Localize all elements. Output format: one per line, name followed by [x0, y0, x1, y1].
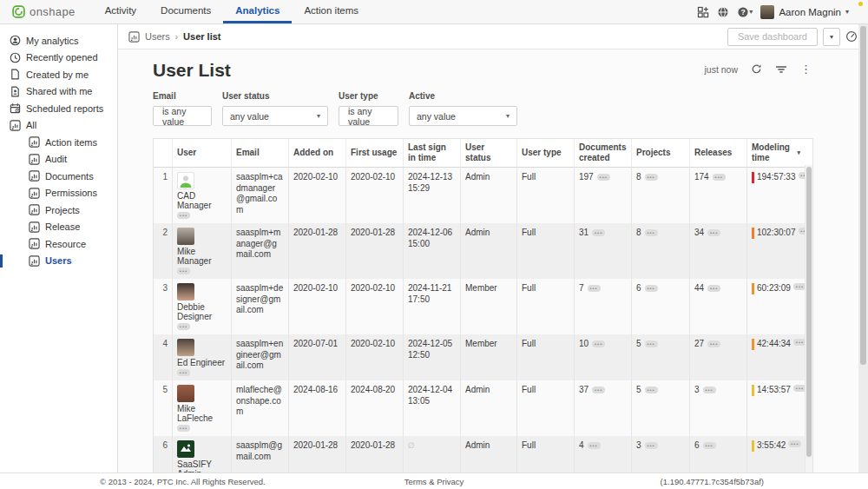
sidebar-item-created-by-me[interactable]: Created by me	[0, 66, 117, 83]
drill-menu-pill[interactable]: •••	[707, 340, 720, 347]
filter-user-status-control[interactable]: any value▾	[222, 106, 328, 126]
filter-icon[interactable]	[775, 64, 787, 75]
drill-menu-pill[interactable]: •••	[788, 440, 801, 447]
column-header-releases[interactable]: Releases	[690, 139, 747, 168]
sidebar-item-shared-with-me[interactable]: Shared with me	[0, 83, 117, 101]
drill-menu-pill[interactable]: •••	[645, 340, 658, 347]
kebab-menu-icon[interactable]: ⋮	[800, 63, 812, 75]
save-dashboard-button[interactable]: Save dashboard	[727, 28, 818, 46]
drill-menu-pill[interactable]: •••	[177, 212, 190, 219]
drill-menu-pill[interactable]: •••	[592, 340, 605, 347]
user-name-text: Mike Manager	[177, 247, 227, 266]
drill-menu-pill[interactable]: •••	[645, 229, 658, 236]
sidebar-item-action-items[interactable]: Action items	[0, 134, 117, 151]
drill-menu-pill[interactable]: •••	[645, 387, 658, 393]
sidebar-item-projects[interactable]: Projects	[0, 202, 117, 219]
drill-menu-pill[interactable]: •••	[592, 229, 605, 236]
drill-menu-pill[interactable]: •••	[177, 425, 190, 432]
drill-menu-pill[interactable]: •••	[713, 174, 726, 181]
user-cell[interactable]: SaaSIFY Admin•••	[173, 436, 232, 472]
column-header-user[interactable]: User	[173, 139, 232, 168]
drill-menu-pill[interactable]: •••	[703, 387, 716, 393]
user-cell[interactable]: Mike Manager•••	[173, 223, 232, 279]
sidebar-item-audit[interactable]: Audit	[0, 151, 117, 169]
clock-status-icon[interactable]	[845, 30, 858, 43]
page-scrollbar-thumb[interactable]	[860, 26, 866, 365]
column-header-first-usage[interactable]: First usage	[346, 139, 404, 168]
user-cell[interactable]: Debbie Designer•••	[173, 279, 232, 334]
table-vertical-scrollbar-thumb[interactable]	[806, 167, 812, 457]
user-cell[interactable]: Mike LaFleche•••	[173, 380, 232, 436]
modeling-time-cell: 14:53:57•••	[747, 380, 805, 436]
filter-user-type-control[interactable]: is any value	[339, 106, 398, 126]
column-header-projects[interactable]: Projects	[632, 139, 690, 168]
null-value-icon: ∅	[408, 441, 415, 450]
drill-menu-pill[interactable]: •••	[645, 442, 658, 449]
sidebar-item-release[interactable]: Release	[0, 219, 117, 236]
drill-menu-pill[interactable]: •••	[645, 174, 658, 181]
added-on-cell: 2020-02-10	[289, 168, 346, 223]
drill-menu-pill[interactable]: •••	[703, 442, 716, 449]
drill-menu-pill[interactable]: •••	[592, 387, 605, 393]
last-sign-in-cell: 2024-12-13 15:29	[404, 168, 461, 223]
user-cell[interactable]: Ed Engineer•••	[173, 334, 232, 380]
table-vertical-scrollbar[interactable]	[805, 165, 812, 472]
column-header-added-on[interactable]: Added on	[289, 139, 346, 168]
globe-icon[interactable]	[717, 6, 729, 18]
nav-tab-documents[interactable]: Documents	[148, 0, 223, 23]
drill-menu-pill[interactable]: •••	[707, 229, 720, 236]
nav-tab-activity[interactable]: Activity	[93, 0, 148, 23]
save-dashboard-caret-button[interactable]: ▾	[823, 28, 840, 46]
row-number-header	[154, 139, 173, 168]
sidebar-item-resource[interactable]: Resource	[0, 235, 117, 253]
releases-cell: 44•••	[690, 279, 747, 334]
metric-value: 197	[579, 172, 594, 183]
sidebar-item-users[interactable]: Users	[0, 253, 117, 270]
nav-tab-action-items[interactable]: Action items	[292, 0, 371, 23]
breadcrumb-parent[interactable]: Users	[145, 31, 170, 42]
drill-menu-pill[interactable]: •••	[645, 285, 658, 292]
modeling-time-value: 42:44:34	[757, 339, 791, 350]
column-header-documents-created[interactable]: Documents created	[575, 139, 632, 168]
sidebar-item-documents[interactable]: Documents	[0, 168, 117, 185]
column-header-last-sign-in-time[interactable]: Last sign in time	[404, 139, 461, 168]
metric-value: 27	[694, 339, 704, 350]
page-scrollbar[interactable]	[858, 24, 868, 472]
releases-cell: 34•••	[690, 223, 747, 279]
projects-cell: 8•••	[632, 168, 690, 223]
drill-menu-pill[interactable]: •••	[707, 285, 720, 292]
terms-privacy-link[interactable]: Terms & Privacy	[404, 477, 464, 486]
onshape-logo[interactable]: onshape	[7, 0, 81, 23]
sidebar-item-all[interactable]: All	[0, 117, 117, 135]
user-type-cell: Full	[517, 279, 575, 334]
refresh-icon[interactable]	[751, 63, 762, 75]
sidebar-item-permissions[interactable]: Permissions	[0, 185, 117, 202]
sidebar-item-scheduled-reports[interactable]: Scheduled reports	[0, 100, 117, 117]
user-name: Aaron Magnin	[779, 7, 841, 17]
user-cell[interactable]: CAD Manager•••	[173, 168, 232, 223]
filter-value: is any value	[162, 106, 202, 127]
user-menu[interactable]: Aaron Magnin ▾	[760, 5, 849, 19]
drill-menu-pill[interactable]: •••	[588, 285, 601, 292]
sidebar-item-my-analytics[interactable]: My analytics	[0, 32, 117, 50]
column-header-modeling-time[interactable]: Modeling time▾	[747, 139, 805, 168]
column-header-email[interactable]: Email	[232, 139, 289, 168]
row-number-cell: 3	[154, 279, 173, 334]
filter-active-control[interactable]: any value▾	[409, 106, 517, 126]
drill-menu-pill[interactable]: •••	[177, 323, 190, 330]
sidebar-item-recently-opened[interactable]: Recently opened	[0, 50, 117, 67]
document-icon	[10, 69, 21, 80]
drill-menu-pill[interactable]: •••	[588, 442, 601, 449]
row-number-cell: 6	[154, 436, 173, 472]
column-header-user-type[interactable]: User type	[517, 139, 575, 168]
filter-email-control[interactable]: is any value	[153, 106, 212, 126]
drill-menu-pill[interactable]: •••	[597, 174, 610, 181]
nav-tab-analytics[interactable]: Analytics	[223, 0, 292, 23]
drill-menu-pill[interactable]: •••	[177, 369, 190, 376]
help-menu[interactable]: ? ▾	[737, 6, 753, 18]
column-header-user-status[interactable]: User status	[461, 139, 517, 168]
user-menu-caret-icon: ▾	[845, 8, 849, 16]
drill-menu-pill[interactable]: •••	[177, 268, 190, 274]
row-number-cell: 1	[154, 168, 173, 223]
apps-grid-icon[interactable]	[697, 6, 709, 18]
